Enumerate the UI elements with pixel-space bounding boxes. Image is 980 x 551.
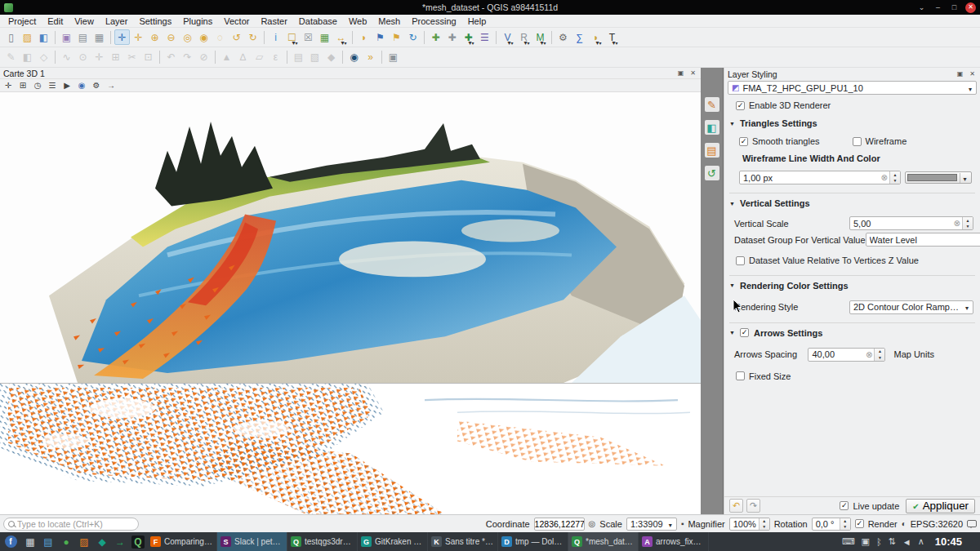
chevron-down-icon[interactable]: ▾ [593,39,604,47]
cut-features-icon[interactable]: ✂ ▾ [124,50,140,65]
spin-buttons[interactable] [962,217,973,229]
wireframe-checkbox[interactable]: Wireframe [853,136,907,146]
checkbox-box[interactable] [853,137,862,146]
checkbox-box[interactable] [736,256,745,265]
volume-icon[interactable]: ◄ [902,537,911,547]
rotation-value[interactable]: 0,0 ° [813,519,840,529]
mesh-select-expression-icon[interactable]: ε ▾ [268,50,283,65]
symbology-tab-icon[interactable]: ✎ [705,97,719,112]
view3d-tab-icon[interactable]: ◧ [705,120,719,135]
menu-item[interactable]: Settings [133,16,177,26]
add-circular-string-icon[interactable]: ∿ ▾ [59,50,74,65]
rendering-style-combo[interactable]: 2D Contour Color Ramp Shader [849,300,973,314]
messages-icon[interactable] [967,520,977,527]
chevron-down-icon[interactable] [960,173,969,183]
mesh-transform-icon[interactable]: ∆ ▾ [235,50,251,65]
task-mesh-dataset-window[interactable]: Q *mesh_datase... [568,532,639,551]
scale-combo[interactable]: 1:33909 [626,518,677,531]
pan-to-selection-icon[interactable]: ✛ ▾ [131,29,146,45]
move-feature-icon[interactable]: ✛ ▾ [91,50,107,65]
task-sans-titre-window[interactable]: K Sans titre * — ... [428,532,498,551]
arrows-enable-checkbox[interactable] [740,328,749,337]
clipboard-icon[interactable]: ▣ [862,536,870,547]
export-3d-icon[interactable]: → [105,80,118,91]
project-save-icon[interactable]: ◧ ▾ [36,29,51,45]
data-source-manager-icon[interactable]: ☰ ▾ [477,29,492,45]
menu-item[interactable]: View [69,16,100,26]
kget-icon[interactable]: → [111,532,129,551]
animation-clock-icon[interactable]: ◷ [31,80,44,91]
arrows-spacing-input[interactable]: 40,00 [808,348,885,362]
system-monitor-icon[interactable]: ▤ [39,532,57,551]
annotation-icon[interactable]: ◗ ▾ [588,29,604,45]
menu-item[interactable]: Vector [218,16,255,26]
coordinate-input[interactable] [534,518,585,531]
spin-buttons[interactable] [840,518,850,530]
pager-icon[interactable]: ▦ [21,532,39,551]
chevron-down-icon[interactable] [961,302,973,312]
locator-input[interactable] [17,519,136,529]
qgis-launcher-icon[interactable]: Q [129,532,147,551]
undo-icon[interactable]: ↶ ▾ [163,50,179,65]
zoom-last-icon[interactable]: ↺ ▾ [229,29,244,45]
help-contents-icon[interactable]: ▣ ▾ [385,50,401,65]
redo-icon[interactable]: ↷ ▾ [180,50,195,65]
style-manager-icon[interactable]: ▣ ▾ [59,29,74,45]
menu-item[interactable]: Mesh [372,16,406,26]
menu-item[interactable]: Database [293,16,343,26]
task-arrows-fixed-window[interactable]: A arrows_fixed_s... [639,532,709,551]
project-new-icon[interactable]: ▯ ▾ [3,29,19,45]
web-browser-icon[interactable]: ● [57,532,75,551]
task-comparing-window[interactable]: F Comparing qgi... [147,532,217,551]
menu-item[interactable]: Processing [406,16,461,26]
checkbox-box[interactable] [740,328,749,337]
wireframe-width-input[interactable]: 1,00 px [739,171,901,184]
arrows-units-label[interactable]: Map Units [893,349,934,359]
shade-window-icon[interactable]: ⌄ [916,2,927,13]
history-tab-icon[interactable]: ↺ [705,166,719,180]
settings-3d-icon[interactable]: ⚙ [90,80,103,91]
vertical-scale-value[interactable]: 5,00 [850,219,952,229]
checkbox-box[interactable] [736,371,745,380]
osm-place-search-icon[interactable]: ◉ ▾ [346,50,362,65]
zoom-to-layer-icon[interactable]: ◌ ▾ [212,29,228,45]
zoom-out-icon[interactable]: ⊖ ▾ [163,29,179,45]
keyboard-indicator-icon[interactable]: ⌨ [842,536,855,547]
map-tips-icon[interactable]: ◗ ▾ [356,29,372,45]
new-geopackage-layer-icon[interactable]: ✚ ▾ [461,29,476,45]
network-icon[interactable]: ⇅ [889,536,896,547]
close-panel-icon[interactable] [688,69,697,78]
vertex-tool-icon[interactable]: ⊙ ▾ [75,50,91,65]
save-edits-icon[interactable]: ◧ ▾ [20,50,35,65]
notifications-expand-icon[interactable]: ∧ [918,536,924,547]
menu-item[interactable]: Project [2,16,42,26]
chevron-down-icon[interactable]: ▾ [537,39,549,47]
chevron-down-icon[interactable] [978,235,980,245]
rotation-input[interactable]: 0,0 ° [812,518,851,531]
spin-buttons[interactable] [874,349,884,361]
paste-features-icon[interactable]: ⊡ ▾ [140,50,156,65]
close-window-icon[interactable]: ✕ [965,2,976,13]
float-panel-icon[interactable] [956,69,964,78]
camera-icon[interactable]: ◉ [75,80,88,91]
redo-style-button[interactable]: ↷ [746,499,760,513]
apply-button[interactable]: Appliquer [906,499,975,513]
magnifier-input[interactable]: 100% [729,518,770,531]
text-annotation-icon[interactable]: T ▾ [604,29,620,45]
triangles-settings-section[interactable]: Triangles Settings [729,118,980,128]
toggle-editing-icon[interactable]: ✎ ▾ [3,50,19,65]
plugin-icon[interactable]: » ▾ [363,50,378,65]
chevron-down-icon[interactable]: ▾ [289,39,301,47]
menu-item[interactable]: Edit [42,16,69,26]
delete-selected-icon[interactable]: ⊘ ▾ [196,50,212,65]
camera-pan-icon[interactable]: ✛ [2,80,15,91]
mesh-select-polygon-icon[interactable]: ▱ ▾ [252,50,267,65]
identify-features-icon[interactable]: i ▾ [268,29,283,45]
new-raster-layer-icon[interactable]: ✚ ▾ [444,29,460,45]
float-panel-icon[interactable] [676,69,685,78]
bluetooth-icon[interactable]: ᛒ [876,537,882,547]
close-panel-icon[interactable] [968,69,977,78]
color-picker-icon[interactable]: ◆ [93,532,111,551]
collapse-arrow-icon[interactable] [729,121,735,127]
mesh-digitizing-icon[interactable]: ▲ ▾ [219,50,234,65]
